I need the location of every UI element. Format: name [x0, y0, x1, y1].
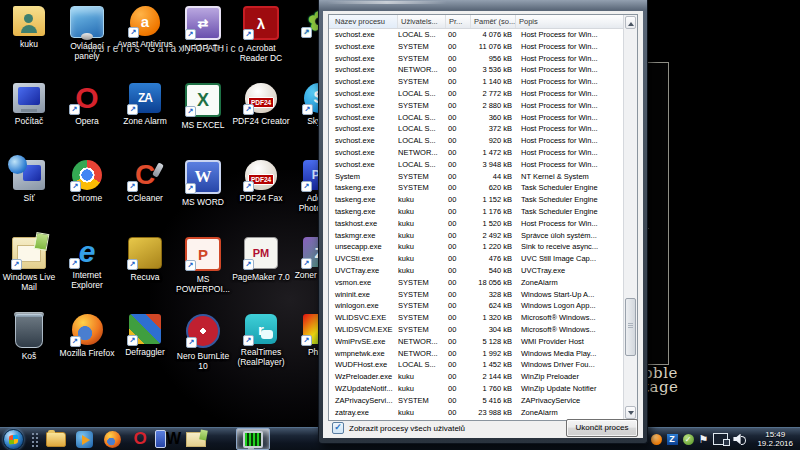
desktop-icon-label: Opera — [75, 116, 99, 126]
desktop-icon-infopath[interactable]: ⇄ ↗ INFOPATH — [174, 6, 232, 83]
process-row[interactable]: svchost.exe SYSTEM 00 2 880 kB Host Proc… — [329, 100, 624, 112]
process-row[interactable]: wmpnetwk.exe NETWOR... 00 1 992 kB Windo… — [329, 348, 624, 360]
process-row[interactable]: UVCSti.exe kuku 00 476 kB UVC Still Imag… — [329, 253, 624, 265]
process-memory: 5 128 kB — [471, 336, 516, 348]
desktop-icon-acrobat-reader-dc[interactable]: λ ↗ Acrobat Reader DC — [232, 6, 290, 83]
show-all-users-checkbox[interactable] — [332, 422, 344, 434]
app-icon: W ↗ — [185, 160, 221, 194]
desktop-icon-recuva[interactable]: ↗ Recuva — [116, 237, 174, 314]
taskbar-wmp-button[interactable] — [71, 429, 97, 449]
desktop-icon-ms-excel[interactable]: X ↗ MS EXCEL — [174, 83, 232, 160]
desktop-icon-ccleaner[interactable]: C ↗ CCleaner — [116, 160, 174, 237]
process-row[interactable]: svchost.exe LOCAL S... 00 2 772 kB Host … — [329, 88, 624, 100]
desktop-icon-ms-powerpoint[interactable]: P ↗ MS POWERPOI... — [174, 237, 232, 314]
tray-action-center-flag-icon[interactable]: ⚑ — [699, 433, 709, 445]
process-description: ZAPrivacyService — [516, 395, 624, 407]
process-row[interactable]: svchost.exe LOCAL S... 00 360 kB Host Pr… — [329, 112, 624, 124]
shortcut-arrow-icon: ↗ — [243, 104, 254, 115]
process-memory: 2 144 kB — [471, 371, 516, 383]
desktop-icon-recycle-bin[interactable]: ↗ Koš — [0, 314, 58, 391]
process-row[interactable]: svchost.exe SYSTEM 00 11 076 kB Host Pro… — [329, 41, 624, 53]
desktop-icon-ms-word[interactable]: W ↗ MS WORD — [174, 160, 232, 237]
shortcut-arrow-icon: ↗ — [243, 181, 254, 192]
process-row[interactable]: WzPreloader.exe kuku 00 2 144 kB WinZip … — [329, 371, 624, 383]
scrollbar-down-icon[interactable] — [625, 406, 636, 419]
process-row[interactable]: taskhost.exe kuku 00 1 520 kB Host Proce… — [329, 218, 624, 230]
process-row[interactable]: taskeng.exe kuku 00 1 176 kB Task Schedu… — [329, 206, 624, 218]
scrollbar-thumb[interactable] — [625, 298, 636, 356]
process-row[interactable]: taskmgr.exe kuku 00 2 492 kB Správce úlo… — [329, 230, 624, 242]
process-memory: 2 772 kB — [471, 88, 516, 100]
process-row[interactable]: wininit.exe SYSTEM 00 328 kB Windows Sta… — [329, 289, 624, 301]
process-row[interactable]: unsecapp.exe kuku 00 1 220 kB Sink to re… — [329, 241, 624, 253]
tray-network-icon[interactable] — [713, 433, 728, 445]
app-icon: ↗ — [13, 160, 45, 190]
process-row[interactable]: UVCTray.exe kuku 00 540 kB UVCTray.exe — [329, 265, 624, 277]
process-row[interactable]: svchost.exe SYSTEM 00 956 kB Host Proces… — [329, 53, 624, 65]
taskbar-live-mail-button[interactable] — [183, 429, 209, 449]
desktop-icon-kuku[interactable]: ↗ kuku — [0, 6, 58, 83]
process-memory: 1 472 kB — [471, 147, 516, 159]
taskbar-opera-button[interactable]: O — [127, 429, 153, 449]
process-row[interactable]: ZAPrivacyServi... SYSTEM 00 5 416 kB ZAP… — [329, 395, 624, 407]
start-button[interactable] — [3, 429, 24, 450]
column-header[interactable]: Popis — [516, 15, 624, 28]
taskbar-clock[interactable]: 15:49 19.2.2016 — [750, 430, 800, 449]
process-row[interactable]: WUDFHost.exe LOCAL S... 00 1 452 kB Wind… — [329, 359, 624, 371]
process-row[interactable]: taskeng.exe SYSTEM 00 620 kB Task Schedu… — [329, 182, 624, 194]
desktop-icon-pdf24-fax[interactable]: PDF24 ↗ PDF24 Fax — [232, 160, 290, 237]
desktop-icon-defraggler[interactable]: ↗ Defraggler — [116, 314, 174, 391]
scrollbar[interactable] — [623, 15, 637, 420]
desktop-icon-avast-antivirus[interactable]: a ↗ Avast Antivirus — [116, 6, 174, 83]
desktop-icon-control-panel[interactable]: ↗ Ovládací panely — [58, 6, 116, 83]
process-row[interactable]: svchost.exe SYSTEM 00 1 140 kB Host Proc… — [329, 76, 624, 88]
desktop-icon-network[interactable]: ↗ Síť — [0, 160, 58, 237]
process-row[interactable]: WmiPrvSE.exe NETWOR... 00 5 128 kB WMI P… — [329, 336, 624, 348]
process-row[interactable]: System SYSTEM 00 44 kB NT Kernel & Syste… — [329, 171, 624, 183]
process-cpu: 00 — [446, 265, 471, 277]
column-header[interactable]: Název procesu — [329, 15, 398, 28]
column-header[interactable]: Paměť (so... — [471, 15, 516, 28]
process-description: Windows Start-Up A... — [516, 289, 624, 301]
taskbar-word-button[interactable]: W — [155, 429, 181, 449]
process-name: svchost.exe — [329, 112, 398, 124]
desktop-icon-chrome[interactable]: ↗ Chrome — [58, 160, 116, 237]
process-row[interactable]: svchost.exe LOCAL S... 00 3 948 kB Host … — [329, 159, 624, 171]
taskbar-explorer-button[interactable] — [43, 429, 69, 449]
desktop-icon-pagemaker[interactable]: PM ↗ PageMaker 7.0 — [232, 237, 290, 314]
desktop-icon-nero-burnlite[interactable]: ↗ Nero BurnLite 10 — [174, 314, 232, 391]
desktop-icon-computer[interactable]: ↗ Počítač — [0, 83, 58, 160]
process-row[interactable]: svchost.exe LOCAL S... 00 4 076 kB Host … — [329, 29, 624, 41]
column-header[interactable]: Uživatels... — [398, 15, 446, 28]
taskbar-grip-handle[interactable] — [31, 432, 39, 447]
desktop-icon-realtimes[interactable]: r ↗ RealTimes (RealPlayer) — [232, 314, 290, 391]
process-row[interactable]: winlogon.exe SYSTEM 00 624 kB Windows Lo… — [329, 300, 624, 312]
desktop-icon-windows-live-mail[interactable]: ↗ Windows Live Mail — [0, 237, 58, 314]
desktop-icon-internet-explorer[interactable]: e ↗ Internet Explorer — [58, 237, 116, 314]
column-header[interactable]: Pr... — [446, 15, 471, 28]
process-row[interactable]: WLIDSVCM.EXE SYSTEM 00 304 kB Microsoft®… — [329, 324, 624, 336]
taskbar-task-manager-button[interactable] — [236, 428, 270, 450]
scrollbar-up-icon[interactable] — [625, 16, 636, 29]
end-process-button[interactable]: Ukončit proces — [566, 419, 638, 437]
tray-avast-icon[interactable] — [651, 434, 662, 445]
process-row[interactable]: taskeng.exe kuku 00 1 152 kB Task Schedu… — [329, 194, 624, 206]
desktop-icon-opera[interactable]: O ↗ Opera — [58, 83, 116, 160]
desktop-icon-zone-alarm[interactable]: ZA ↗ Zone Alarm — [116, 83, 174, 160]
taskbar-firefox-button[interactable] — [99, 429, 125, 449]
process-row[interactable]: svchost.exe LOCAL S... 00 372 kB Host Pr… — [329, 123, 624, 135]
desktop-icon-pdf24-creator[interactable]: PDF24 ↗ PDF24 Creator — [232, 83, 290, 160]
process-row[interactable]: svchost.exe LOCAL S... 00 920 kB Host Pr… — [329, 135, 624, 147]
process-row[interactable]: WZUpdateNotif... kuku 00 1 760 kB WinZip… — [329, 383, 624, 395]
process-row[interactable]: svchost.exe NETWOR... 00 3 536 kB Host P… — [329, 64, 624, 76]
process-row[interactable]: zatray.exe kuku 00 23 988 kB ZoneAlarm — [329, 407, 624, 419]
process-row[interactable]: svchost.exe NETWOR... 00 1 472 kB Host P… — [329, 147, 624, 159]
tray-zonealarm-icon[interactable]: Z — [667, 434, 678, 445]
process-row[interactable]: vsmon.exe SYSTEM 00 18 056 kB ZoneAlarm — [329, 277, 624, 289]
process-name: taskeng.exe — [329, 182, 398, 194]
process-cpu: 00 — [446, 159, 471, 171]
tray-update-ok-icon[interactable]: ✓ — [683, 434, 694, 445]
tray-volume-icon[interactable] — [733, 434, 747, 445]
desktop-icon-mozilla-firefox[interactable]: ↗ Mozilla Firefox — [58, 314, 116, 391]
process-row[interactable]: WLIDSVC.EXE SYSTEM 00 1 320 kB Microsoft… — [329, 312, 624, 324]
